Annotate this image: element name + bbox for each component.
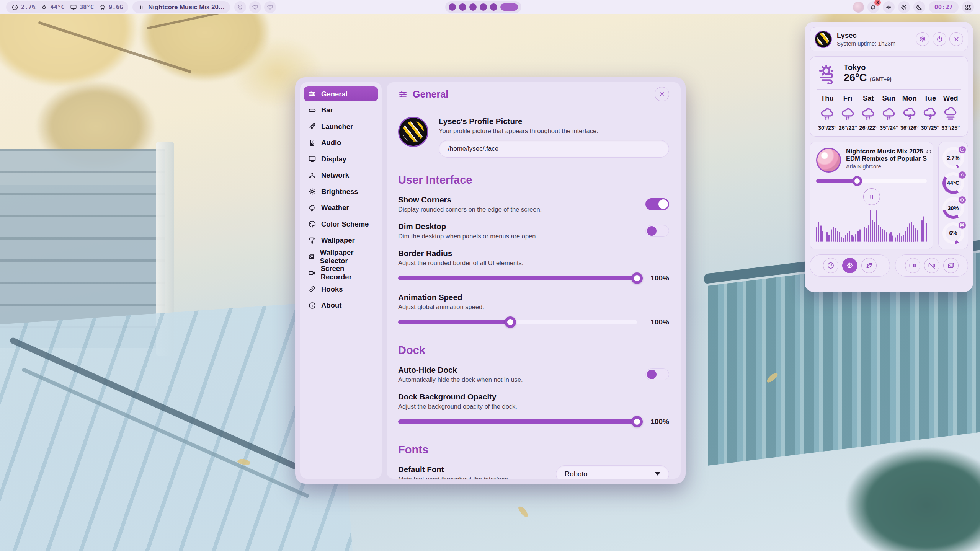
utility-button[interactable] xyxy=(924,258,939,273)
media-progress-slider[interactable] xyxy=(816,179,927,183)
workspace-indicator[interactable] xyxy=(445,1,521,13)
setting-border-radius: Border Radius Adjust the rounded border … xyxy=(398,249,669,284)
brightness-button[interactable] xyxy=(898,1,910,13)
panel-close-button[interactable] xyxy=(949,32,963,46)
sidebar-item-icon xyxy=(308,90,316,98)
flame-icon xyxy=(960,173,965,178)
sidebar-item-icon xyxy=(308,302,316,310)
workspace-dot[interactable] xyxy=(500,3,518,11)
slider-knob[interactable] xyxy=(505,316,516,328)
sidebar-item[interactable]: Screen Recorder xyxy=(304,266,378,280)
setting-title: Auto-Hide Dock xyxy=(398,365,523,375)
sidebar-item-label: About xyxy=(321,301,341,310)
stat-value: 9.6G xyxy=(109,4,123,11)
sidebar-item[interactable]: Color Scheme xyxy=(304,217,378,231)
media-title-line2: EDM Remixes of Popular S… xyxy=(846,155,927,162)
stat-item: 38°C xyxy=(70,4,94,11)
workspace-dot[interactable] xyxy=(449,3,456,11)
play-pause-button[interactable] xyxy=(863,188,880,205)
weather-timezone: (GMT+9) xyxy=(870,76,891,82)
forecast-temps: 36°/26° xyxy=(900,125,919,131)
power-profile-icon xyxy=(827,262,835,269)
show-corners-toggle[interactable] xyxy=(645,198,669,210)
forecast-temps: 33°/25° xyxy=(941,125,960,131)
sidebar-item[interactable]: Launcher xyxy=(304,119,378,134)
section-heading-user-interface: User Interface xyxy=(398,174,669,186)
slider-knob[interactable] xyxy=(852,176,862,186)
top-bar-right: 8 00:27 xyxy=(853,1,974,13)
tray-icon-button[interactable] xyxy=(249,1,261,13)
user-card: Lysec System uptime: 1h23m xyxy=(810,27,968,51)
utility-button[interactable] xyxy=(905,258,920,273)
dim-desktop-toggle[interactable] xyxy=(645,225,669,237)
settings-header: General xyxy=(398,82,669,106)
moon-slash-icon xyxy=(916,4,923,11)
system-stats-pill[interactable]: 2.7% 44°C 38°C 9.6G xyxy=(6,1,128,13)
media-title: Nightcore Music Mix 20… xyxy=(148,3,225,11)
setting-description: Adjust global animation speed. xyxy=(398,303,669,311)
sidebar-item[interactable]: General xyxy=(304,86,378,101)
clock[interactable]: 00:27 xyxy=(929,1,959,13)
tray-app-icon[interactable] xyxy=(853,2,864,13)
workspace-dot[interactable] xyxy=(480,3,487,11)
settings-button[interactable] xyxy=(916,32,929,46)
sidebar-item[interactable]: Network xyxy=(304,168,378,183)
auto-hide-dock-toggle[interactable] xyxy=(645,368,669,380)
sidebar-item[interactable]: Weather xyxy=(304,201,378,215)
stat-item: 9.6G xyxy=(99,4,123,11)
sidebar-item-icon xyxy=(308,171,316,179)
setting-description: Adjust the background opacity of the doc… xyxy=(398,403,669,410)
power-profile-button[interactable] xyxy=(861,258,877,273)
forecast-temps: 30°/23° xyxy=(818,125,836,131)
sidebar-item-label: Weather xyxy=(321,204,349,212)
workspace-dot[interactable] xyxy=(490,3,497,11)
sidebar-item[interactable]: Wallpaper xyxy=(304,233,378,248)
settings-sidebar: General Bar Launcher Audio Display Netwo… xyxy=(300,82,382,479)
sidebar-item[interactable]: About xyxy=(304,298,378,313)
utility-button[interactable] xyxy=(943,258,959,273)
grid-plus-icon xyxy=(965,4,972,11)
sidebar-item-icon xyxy=(308,236,316,245)
forecast-day: Sun 35°/24° xyxy=(879,94,899,131)
sidebar-item[interactable]: Bar xyxy=(304,103,378,118)
power-profile-group xyxy=(810,254,890,277)
utilities-group xyxy=(895,254,968,277)
slider-knob[interactable] xyxy=(631,272,643,284)
media-title-line1: Nightcore Music Mix 2025 xyxy=(846,148,923,155)
close-button[interactable] xyxy=(655,87,669,101)
sidebar-item[interactable]: Brightness xyxy=(304,184,378,199)
stat-item: 2.7% xyxy=(11,4,35,11)
slider-value: 100% xyxy=(645,274,669,282)
database-icon xyxy=(960,223,965,228)
power-profile-button[interactable] xyxy=(842,258,858,273)
dock-opacity-slider[interactable] xyxy=(398,419,637,424)
tray-icon-button[interactable] xyxy=(264,1,276,13)
tray-icon-button[interactable] xyxy=(234,1,246,13)
sidebar-item-icon xyxy=(308,139,316,147)
default-font-dropdown[interactable]: Roboto xyxy=(556,465,669,479)
border-radius-slider[interactable] xyxy=(398,276,637,280)
overview-button[interactable] xyxy=(962,1,974,13)
power-profile-button[interactable] xyxy=(823,258,838,273)
media-pill[interactable]: Nightcore Music Mix 20… xyxy=(132,1,230,13)
workspace-dot[interactable] xyxy=(459,3,466,11)
setting-title: Default Font xyxy=(398,465,510,474)
setting-description: Automatically hide the dock when not in … xyxy=(398,376,523,383)
animation-speed-slider[interactable] xyxy=(398,320,637,324)
setting-dock-opacity: Dock Background Opacity Adjust the backg… xyxy=(398,392,669,427)
sidebar-item[interactable]: Hooks xyxy=(304,282,378,297)
top-bar-left: 2.7% 44°C 38°C 9.6G Nightcore Music Mix … xyxy=(6,1,276,13)
forecast-day: Mon 36°/26° xyxy=(899,94,920,131)
volume-button[interactable] xyxy=(883,1,895,13)
power-button[interactable] xyxy=(933,32,946,46)
profile-path-input[interactable]: /home/lysec/.face xyxy=(439,140,669,158)
sidebar-item[interactable]: Wallpaper Selector xyxy=(304,249,378,264)
tray-icon xyxy=(267,4,273,10)
sidebar-item-icon xyxy=(308,269,316,277)
slider-knob[interactable] xyxy=(631,416,643,427)
workspace-dot[interactable] xyxy=(469,3,477,11)
night-light-button[interactable] xyxy=(913,1,925,13)
sidebar-item[interactable]: Display xyxy=(304,152,378,166)
setting-title: Dock Background Opacity xyxy=(398,392,669,401)
sidebar-item[interactable]: Audio xyxy=(304,135,378,150)
